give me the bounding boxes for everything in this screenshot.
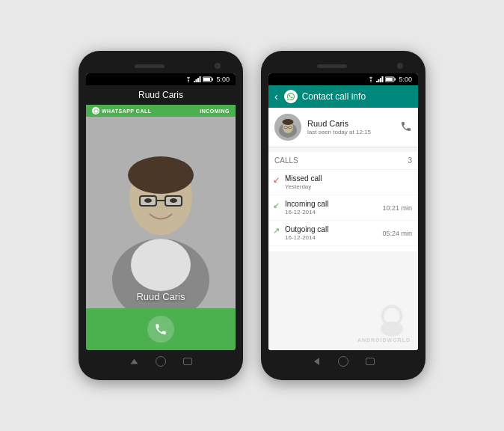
battery-icon [203,76,213,82]
svg-rect-4 [200,76,201,82]
svg-rect-30 [284,126,287,129]
watermark-area: ANDROIDWORLD [268,251,418,351]
svg-rect-25 [386,78,393,81]
status-bar-1: 5:00 [86,73,236,85]
outgoing-call-type: Outgoing call [285,225,379,233]
phone-2-nav [268,350,418,373]
call-item-outgoing: ↗ Outgoing call 16-12-2014 05:24 min [268,221,418,246]
contact-status: last seen today at 12:15 [307,129,394,135]
wa-banner-text-left: WHATSAPP CALL [102,108,152,114]
call-item-incoming: ↙ Incoming call 16-12-2014 10:21 min [268,195,418,221]
svg-rect-22 [382,76,384,82]
caller-photo: Ruud Caris [86,117,236,308]
missed-call-date: Yesterday [285,183,409,190]
caller-name-text: Ruud Caris [136,291,185,302]
incoming-call-arrow: ↙ [273,201,282,210]
contact-section: Ruud Caris last seen today at 12:15 [268,108,418,147]
outgoing-call-duration: 05:24 min [382,230,412,237]
svg-point-10 [131,239,191,291]
svg-point-29 [283,119,294,125]
nav-home-1[interactable] [155,355,167,367]
svg-point-34 [381,322,403,337]
missed-call-details: Missed call Yesterday [285,174,409,190]
svg-rect-19 [376,81,378,82]
call-actions [86,308,236,350]
call-header-name: Ruud Caris [138,90,183,100]
whatsapp-header-icon [286,92,295,101]
svg-rect-20 [378,79,380,82]
caller-name-overlay: Ruud Caris [130,285,191,308]
call-item-missed: ↙ Missed call Yesterday [268,170,418,195]
phone-2: 5:00 ‹ Contact call info [261,51,425,380]
wa-circle-icon [284,90,298,103]
svg-rect-31 [289,126,292,129]
signal-icon [194,76,201,82]
calls-count: 3 [408,156,412,165]
whatsapp-logo-icon [93,108,99,114]
watermark-logo [373,301,411,338]
calls-section-title: Calls [274,156,298,165]
phone-1-nav [86,350,236,373]
call-phone-icon[interactable] [400,120,412,135]
phone-1-speaker [135,64,165,68]
phone-2-camera [397,63,403,69]
phone-1-top [86,58,236,73]
nav-recent-icon-1 [183,358,192,365]
phone-2-speaker [317,64,347,68]
svg-point-18 [371,82,372,82]
svg-rect-7 [203,78,210,81]
wa-banner-text-right: INCOMING [200,108,230,114]
status-time-1: 5:00 [216,76,230,83]
nav-home-2[interactable] [337,355,349,367]
call-header: Ruud Caris [86,85,236,105]
phone-2-top [268,58,418,73]
svg-point-16 [144,198,152,203]
incoming-call-date: 16-12-2014 [285,209,379,216]
svg-rect-1 [194,81,195,82]
status-time-2: 5:00 [399,76,412,83]
phone-1-camera [215,63,221,69]
info-screen: ‹ Contact call info [268,85,418,350]
missed-call-arrow: ↙ [273,175,282,185]
phone-answer-icon [154,323,168,336]
outgoing-call-arrow: ↗ [273,226,282,236]
svg-point-12 [128,156,194,194]
battery-icon-2 [385,76,396,82]
nav-back-2[interactable] [310,355,322,367]
back-arrow-icon[interactable]: ‹ [274,91,278,103]
contact-info: Ruud Caris last seen today at 12:15 [307,119,394,135]
wa-call-banner: WHATSAPP CALL INCOMING [86,105,236,117]
missed-call-type: Missed call [285,174,409,183]
wa-banner-left: WHATSAPP CALL [92,107,152,114]
status-icons-1 [185,76,213,82]
phone-2-screen: 5:00 ‹ Contact call info [268,73,418,350]
outgoing-call-date: 16-12-2014 [285,234,379,241]
wifi-icon [185,76,192,82]
contact-name: Ruud Caris [307,119,394,128]
call-screen: Ruud Caris WHATSAPP CALL INCOMING [86,85,236,350]
watermark-text: ANDROIDWORLD [357,337,411,343]
svg-point-17 [170,198,177,203]
nav-back-icon-2 [314,358,319,365]
nav-recent-2[interactable] [364,355,376,367]
nav-recent-icon-2 [366,358,375,365]
svg-rect-3 [197,78,199,82]
outgoing-call-details: Outgoing call 16-12-2014 [285,225,379,241]
wifi-icon-2 [367,76,375,82]
answer-button[interactable] [147,316,174,343]
info-header-title: Contact call info [302,91,366,102]
svg-rect-21 [380,78,381,82]
calls-header: Calls 3 [268,152,418,170]
nav-recent-1[interactable] [182,355,194,367]
status-icons-2 [367,76,396,82]
contact-avatar [274,114,301,141]
contact-avatar-svg [274,114,301,141]
incoming-call-type: Incoming call [285,200,379,208]
phone-1-screen: 5:00 Ruud Caris WHATSAPP CALL INCOMING [86,73,236,350]
signal-icon-2 [376,76,384,82]
caller-photo-svg [86,117,236,308]
nav-back-1[interactable] [128,355,140,367]
nav-home-icon-1 [156,356,166,367]
svg-rect-2 [196,79,197,82]
incoming-call-details: Incoming call 16-12-2014 [285,200,379,216]
